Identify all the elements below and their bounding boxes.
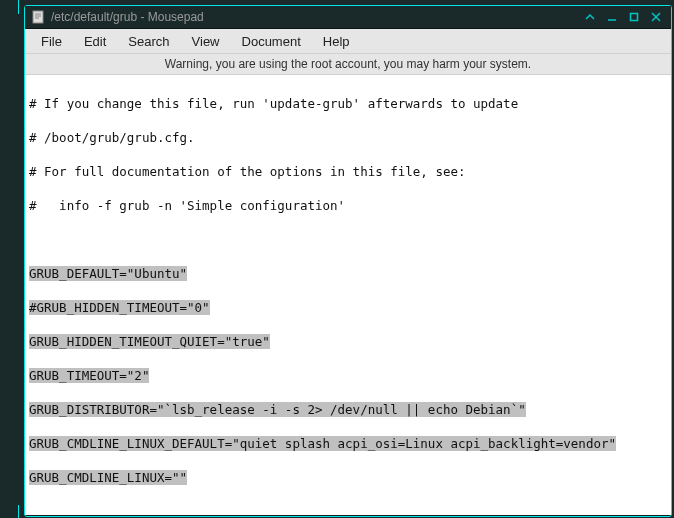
code-line[interactable]: GRUB_DEFAULT="Ubuntu" (29, 265, 667, 282)
menu-help[interactable]: Help (313, 32, 360, 51)
titlebar[interactable]: /etc/default/grub - Mousepad (25, 6, 671, 29)
app-body: File Edit Search View Document Help Warn… (25, 29, 671, 515)
code-line[interactable]: GRUB_TIMEOUT="2" (29, 367, 667, 384)
menu-edit[interactable]: Edit (74, 32, 116, 51)
code-line[interactable]: # /boot/grub/grub.cfg. (29, 129, 667, 146)
menu-search[interactable]: Search (118, 32, 179, 51)
code-line[interactable]: # info -f grub -n 'Simple configuration' (29, 197, 667, 214)
selection[interactable]: GRUB_HIDDEN_TIMEOUT_QUIET="true" (29, 334, 270, 349)
selection[interactable]: GRUB_DISTRIBUTOR="`lsb_release -i -s 2> … (29, 402, 526, 417)
code-line[interactable]: GRUB_DISTRIBUTOR="`lsb_release -i -s 2> … (29, 401, 667, 418)
menu-view[interactable]: View (182, 32, 230, 51)
code-line[interactable]: GRUB_HIDDEN_TIMEOUT_QUIET="true" (29, 333, 667, 350)
menu-document[interactable]: Document (232, 32, 311, 51)
root-warning: Warning, you are using the root account,… (25, 54, 671, 75)
code-line[interactable]: GRUB_CMDLINE_LINUX="" (29, 469, 667, 486)
window-title: /etc/default/grub - Mousepad (51, 10, 577, 24)
app-window: /etc/default/grub - Mousepad File Edit S… (24, 5, 672, 517)
maximize-button[interactable] (625, 9, 643, 25)
menu-file[interactable]: File (31, 32, 72, 51)
close-button[interactable] (647, 9, 665, 25)
selection[interactable]: GRUB_CMDLINE_LINUX="" (29, 470, 187, 485)
editor-area[interactable]: # If you change this file, run 'update-g… (25, 75, 671, 515)
svg-rect-5 (631, 14, 638, 21)
rollup-button[interactable] (581, 9, 599, 25)
selection[interactable]: GRUB_CMDLINE_LINUX_DEFAULT="quiet splash… (29, 436, 616, 451)
selection[interactable]: GRUB_TIMEOUT="2" (29, 368, 149, 383)
code-line[interactable] (29, 231, 667, 248)
code-line[interactable]: GRUB_CMDLINE_LINUX_DEFAULT="quiet splash… (29, 435, 667, 452)
code-line[interactable]: # If you change this file, run 'update-g… (29, 95, 667, 112)
selection[interactable]: GRUB_DEFAULT="Ubuntu" (29, 266, 187, 281)
code-line[interactable] (29, 503, 667, 515)
code-line[interactable]: # For full documentation of the options … (29, 163, 667, 180)
selection[interactable]: #GRUB_HIDDEN_TIMEOUT="0" (29, 300, 210, 315)
frame-corner-icon (18, 505, 45, 518)
minimize-button[interactable] (603, 9, 621, 25)
code-line[interactable]: #GRUB_HIDDEN_TIMEOUT="0" (29, 299, 667, 316)
menubar: File Edit Search View Document Help (25, 29, 671, 54)
frame-corner-icon (18, 0, 45, 14)
